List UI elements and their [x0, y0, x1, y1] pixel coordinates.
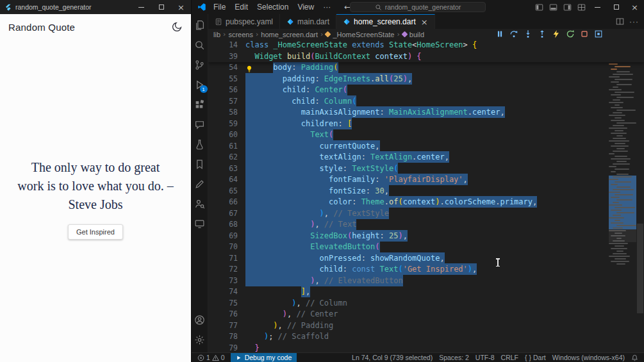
- chat-icon[interactable]: [192, 115, 208, 135]
- code-line[interactable]: 66 color: Theme.of(context).colorScheme.…: [208, 197, 644, 208]
- debug-my-code-button[interactable]: Debug my code: [231, 353, 297, 362]
- line-number[interactable]: 65: [208, 186, 238, 197]
- code-line[interactable]: 75 ), // Column: [208, 298, 644, 309]
- line-number[interactable]: 63: [208, 163, 238, 175]
- breadcrumb-file[interactable]: home_screen.dart: [261, 31, 318, 38]
- extensions-icon[interactable]: [192, 95, 208, 115]
- step-into-icon[interactable]: [524, 29, 533, 38]
- code-line[interactable]: 73 ), // ElevatedButton: [208, 276, 644, 287]
- toggle-panel-icon[interactable]: [546, 3, 560, 12]
- code-line[interactable]: 71 onPressed: showRandomQuote,: [208, 253, 644, 265]
- pause-icon[interactable]: [495, 29, 504, 38]
- line-number[interactable]: 64: [208, 174, 238, 186]
- tab-main-dart[interactable]: main.dart: [280, 14, 336, 29]
- line-number[interactable]: 75: [208, 298, 238, 309]
- code-line[interactable]: 78 ); // Scaffold: [208, 331, 644, 343]
- app-close-button[interactable]: ×: [171, 0, 191, 14]
- code-line[interactable]: 57 child: Column(: [208, 96, 644, 108]
- run-debug-icon[interactable]: 1: [192, 75, 208, 95]
- tab-pubspec-yaml[interactable]: pubspec.yaml: [208, 14, 280, 29]
- minimap-slider[interactable]: [609, 176, 636, 242]
- cursor-position-status[interactable]: Ln 74, Col 9 (739 selected): [349, 353, 436, 362]
- code-line[interactable]: 72 child: const Text('Get Inspired'),: [208, 264, 644, 276]
- code-line[interactable]: 77 ), // Padding: [208, 320, 644, 332]
- line-number[interactable]: 66: [208, 197, 238, 208]
- code-line[interactable]: 60 Text(: [208, 129, 644, 141]
- line-number[interactable]: 62: [208, 152, 238, 163]
- menu-selection[interactable]: Selection: [252, 1, 293, 13]
- get-inspired-button[interactable]: Get Inspired: [68, 224, 123, 240]
- app-minimize-button[interactable]: [131, 0, 151, 14]
- code-line[interactable]: 39 Widget build(BuildContext context) {: [208, 51, 644, 63]
- remote-monitor-icon[interactable]: [192, 214, 208, 234]
- menu-more[interactable]: ···: [318, 1, 335, 13]
- code-line[interactable]: 64 fontFamily: 'PlayfairDisplay',: [208, 174, 644, 186]
- vscode-close-button[interactable]: ×: [625, 0, 644, 14]
- step-out-icon[interactable]: [538, 29, 547, 38]
- line-number[interactable]: 56: [208, 85, 238, 96]
- breadcrumb-class[interactable]: _HomeScreenState: [326, 31, 394, 38]
- code-line[interactable]: 74 ],: [208, 286, 644, 298]
- code-line[interactable]: 62 textAlign: TextAlign.center,: [208, 152, 644, 163]
- line-number[interactable]: 39: [208, 51, 238, 63]
- line-number[interactable]: 77: [208, 320, 238, 332]
- code-line[interactable]: 67 ), // TextStyle: [208, 208, 644, 220]
- person-search-icon[interactable]: [192, 194, 208, 214]
- stop-icon[interactable]: [580, 29, 589, 38]
- search-sidebar-icon[interactable]: [192, 35, 208, 55]
- code-editor[interactable]: 14class _HomeScreenState extends State<H…: [208, 40, 644, 352]
- close-tab-icon[interactable]: ×: [421, 18, 428, 26]
- line-number[interactable]: 70: [208, 242, 238, 253]
- line-number[interactable]: 55: [208, 74, 238, 85]
- line-number[interactable]: 54: [208, 62, 238, 74]
- line-number[interactable]: 14: [208, 40, 238, 51]
- code-line[interactable]: 58 mainAxisAlignment: MainAxisAlignment.…: [208, 107, 644, 119]
- bookmarks-icon[interactable]: [192, 154, 208, 174]
- line-number[interactable]: 78: [208, 331, 238, 343]
- code-line[interactable]: 55 padding: EdgeInsets.all(25),: [208, 74, 644, 85]
- menu-file[interactable]: File: [209, 1, 230, 13]
- eol-status[interactable]: CRLF: [498, 353, 522, 362]
- vscode-minimize-button[interactable]: [588, 0, 607, 14]
- code-line[interactable]: 79 }: [208, 343, 644, 353]
- code-line[interactable]: 61 currentQuote,: [208, 141, 644, 152]
- tab-home-screen-dart[interactable]: home_screen.dart ×: [336, 14, 435, 29]
- line-number[interactable]: 61: [208, 141, 238, 152]
- customize-layout-icon[interactable]: [574, 3, 588, 12]
- hot-reload-icon[interactable]: [552, 29, 561, 38]
- line-number[interactable]: 76: [208, 309, 238, 320]
- line-number[interactable]: 71: [208, 253, 238, 265]
- testing-icon[interactable]: [192, 135, 208, 154]
- problems-status[interactable]: 1 0: [194, 353, 228, 362]
- toggle-secondary-sidebar-icon[interactable]: [560, 3, 574, 12]
- search-box[interactable]: random_quote_generator: [350, 2, 486, 12]
- language-mode-status[interactable]: { } Dart: [522, 353, 549, 362]
- scrollbar-thumb[interactable]: [637, 224, 643, 313]
- line-number[interactable]: 72: [208, 264, 238, 276]
- step-over-icon[interactable]: [509, 29, 518, 38]
- code-line[interactable]: 59 children: [: [208, 119, 644, 130]
- widget-inspector-icon[interactable]: [594, 29, 603, 38]
- code-line[interactable]: 69 SizedBox(height: 25),: [208, 231, 644, 242]
- source-control-icon[interactable]: [192, 55, 208, 75]
- account-icon[interactable]: [192, 310, 208, 330]
- settings-gear-icon[interactable]: [192, 330, 208, 350]
- split-editor-icon[interactable]: [613, 17, 627, 26]
- code-line[interactable]: 63 style: TextStyle(: [208, 163, 644, 175]
- code-line[interactable]: 56 child: Center(: [208, 85, 644, 96]
- breadcrumb-method[interactable]: build: [402, 31, 424, 38]
- toggle-sidebar-icon[interactable]: [532, 3, 546, 12]
- editor-more-actions-icon[interactable]: ···: [629, 17, 639, 26]
- lightbulb-icon[interactable]: [245, 64, 253, 76]
- app-maximize-button[interactable]: [151, 0, 171, 14]
- line-number[interactable]: 73: [208, 276, 238, 287]
- breadcrumb-lib[interactable]: lib: [213, 31, 220, 38]
- line-number[interactable]: 59: [208, 119, 238, 130]
- line-number[interactable]: 79: [208, 343, 238, 353]
- vscode-maximize-button[interactable]: [607, 0, 625, 14]
- explorer-icon[interactable]: [192, 15, 208, 35]
- line-number[interactable]: 57: [208, 96, 238, 108]
- flutter-device-status[interactable]: Windows (windows-x64): [549, 353, 628, 362]
- code-line[interactable]: 68 ), // Text: [208, 219, 644, 231]
- line-number[interactable]: 67: [208, 208, 238, 220]
